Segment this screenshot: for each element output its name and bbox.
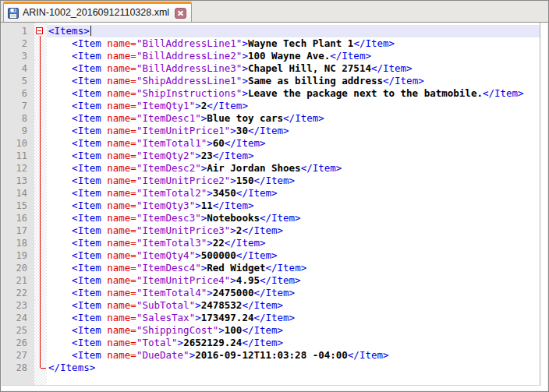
code-line[interactable]: 11 <Item name="ItemQty2">23</Item> <box>2 150 540 162</box>
code-line[interactable]: 26 <Item name="Total">2652129.24</Item> <box>2 337 540 349</box>
syntax-str: "Total" <box>136 337 178 348</box>
code-line[interactable]: 4 <Item name="BillAddressLine3">Chapel H… <box>2 62 540 75</box>
syntax-txt: 60 <box>213 137 225 149</box>
syntax-attr: name= <box>107 237 136 249</box>
code-line[interactable]: 1<Items> <box>2 25 540 37</box>
code-line[interactable]: 13 <Item name="ItemUnitPrice2">150</Item… <box>2 175 540 187</box>
code-text: <Item name="ItemQty3">11</Item> <box>47 200 540 212</box>
syntax-tag: > <box>242 75 248 87</box>
syntax-tag: <Item <box>72 75 107 87</box>
code-line[interactable]: 16 <Item name="ItemDesc3">Notebooks</Ite… <box>2 212 540 224</box>
syntax-tag: </Item> <box>242 299 283 311</box>
code-line[interactable]: 9 <Item name="ItemUnitPrice1">30</Item> <box>2 125 540 137</box>
code-line[interactable]: 25 <Item name="ShippingCost">100</Item> <box>2 324 540 337</box>
syntax-tag: </Item> <box>248 125 289 136</box>
syntax-tag: <Item <box>72 62 107 74</box>
code-line[interactable]: 22 <Item name="ItemTotal4">2475000</Item… <box>2 287 540 299</box>
code-line[interactable]: 17 <Item name="ItemUnitPrice3">2</Item> <box>2 224 540 237</box>
document-tab[interactable]: ARIN-1002_20160912110328.xml <box>3 2 192 22</box>
code-text: <Item name="ItemTotal3">22</Item> <box>47 237 540 249</box>
indent <box>48 224 72 236</box>
code-line[interactable]: 21 <Item name="ItemUnitPrice4">4.95</Ite… <box>2 274 540 287</box>
code-line[interactable]: 2 <Item name="BillAddressLine1">Wayne Te… <box>2 37 540 50</box>
syntax-tag: </Item> <box>242 337 283 348</box>
syntax-tag: <Item <box>72 299 107 311</box>
syntax-str: "ItemQty2" <box>136 150 195 161</box>
code-text: <Item name="DueDate">2016-09-12T11:03:28… <box>47 349 540 362</box>
code-line[interactable]: 10 <Item name="ItemTotal1">60</Item> <box>2 137 540 150</box>
syntax-tag: </Item> <box>253 312 295 323</box>
fold-margin <box>34 175 47 187</box>
code-line[interactable]: 3 <Item name="BillAddressLine2">100 Wayn… <box>2 50 540 62</box>
indent <box>48 200 72 211</box>
syntax-txt: 2475000 <box>213 287 254 298</box>
syntax-txt: 2016-09-12T11:03:28 -04:00 <box>195 349 348 361</box>
code-text: <Item name="BillAddressLine1">Wayne Tech… <box>47 37 540 50</box>
code-line[interactable]: 20 <Item name="ItemDesc4">Red Widget</It… <box>2 262 540 274</box>
code-text: <Items> <box>47 25 540 37</box>
line-number: 17 <box>2 224 34 237</box>
tab-close-icon[interactable] <box>175 8 186 19</box>
code-line[interactable]: 12 <Item name="ItemDesc2">Air Jordan Sho… <box>2 162 540 175</box>
code-text: <Item name="ItemUnitPrice2">150</Item> <box>47 175 540 187</box>
code-editor[interactable]: 1<Items>2 <Item name="BillAddressLine1">… <box>2 23 540 386</box>
syntax-tag: > <box>242 50 248 62</box>
code-line[interactable]: 23 <Item name="SubTotal">2478532</Item> <box>2 299 540 312</box>
syntax-txt: Wayne Tech Plant 1 <box>248 37 353 49</box>
syntax-tag: </Item> <box>236 249 278 261</box>
syntax-tag: <Item <box>72 249 107 261</box>
syntax-txt: 2652129.24 <box>183 337 242 348</box>
syntax-str: "SalesTax" <box>136 312 195 323</box>
line-number: 14 <box>2 187 34 200</box>
syntax-attr: name= <box>107 112 136 124</box>
syntax-tag: </Item> <box>371 62 413 74</box>
tab-title: ARIN-1002_20160912110328.xml <box>23 7 169 19</box>
syntax-tag: > <box>207 187 213 199</box>
fold-margin <box>34 137 47 150</box>
code-line[interactable]: 19 <Item name="ItemQty4">500000</Item> <box>2 249 540 262</box>
fold-margin <box>34 337 47 349</box>
code-text: <Item name="ItemDesc1">Blue toy cars</It… <box>47 112 540 125</box>
fold-collapse-marker[interactable] <box>34 25 47 37</box>
line-number: 3 <box>2 50 34 62</box>
code-line[interactable]: 14 <Item name="ItemTotal2">3450</Item> <box>2 187 540 200</box>
indent <box>48 349 72 361</box>
syntax-attr: name= <box>107 249 136 261</box>
fold-minus-icon[interactable] <box>36 27 43 34</box>
syntax-txt: 173497.24 <box>201 312 254 323</box>
syntax-tag: <Item <box>72 50 107 62</box>
syntax-txt: 500000 <box>201 249 236 261</box>
code-line[interactable]: 15 <Item name="ItemQty3">11</Item> <box>2 200 540 212</box>
code-line[interactable]: 6 <Item name="ShipInstructions">Leave th… <box>2 87 540 100</box>
line-number: 23 <box>2 299 34 312</box>
indent <box>48 299 72 311</box>
code-line[interactable]: 7 <Item name="ItemQty1">2</Item> <box>2 100 540 112</box>
fold-margin <box>34 150 47 162</box>
code-text: <Item name="ItemDesc3">Notebooks</Item> <box>47 212 540 224</box>
code-line[interactable]: 24 <Item name="SalesTax">173497.24</Item… <box>2 312 540 324</box>
syntax-attr: name= <box>107 212 136 224</box>
line-number: 16 <box>2 212 34 224</box>
syntax-tag: <Item <box>72 262 107 274</box>
code-line[interactable]: 8 <Item name="ItemDesc1">Blue toy cars</… <box>2 112 540 125</box>
syntax-tag: <Item <box>72 274 107 286</box>
fold-margin <box>34 87 47 100</box>
fold-margin <box>34 200 47 212</box>
line-number: 21 <box>2 274 34 287</box>
code-text: <Item name="ItemDesc2">Air Jordan Shoes<… <box>47 162 540 175</box>
syntax-str: "ItemQty3" <box>136 200 195 211</box>
code-line[interactable]: 28</Items> <box>2 362 540 374</box>
code-line[interactable]: 5 <Item name="ShipAddressLine1">Same as … <box>2 75 540 87</box>
syntax-tag: </Item> <box>242 324 283 336</box>
syntax-tag: <Item <box>72 224 107 236</box>
syntax-str: "ItemDesc1" <box>136 112 201 124</box>
code-line[interactable]: 27 <Item name="DueDate">2016-09-12T11:03… <box>2 349 540 362</box>
code-line[interactable]: 18 <Item name="ItemTotal3">22</Item> <box>2 237 540 249</box>
syntax-tag: > <box>195 312 201 323</box>
syntax-tag: > <box>178 337 184 348</box>
syntax-str: "ItemUnitPrice2" <box>136 175 230 186</box>
syntax-tag: > <box>230 125 236 136</box>
syntax-tag: > <box>230 274 236 286</box>
line-number: 27 <box>2 349 34 362</box>
syntax-tag: > <box>207 137 213 149</box>
